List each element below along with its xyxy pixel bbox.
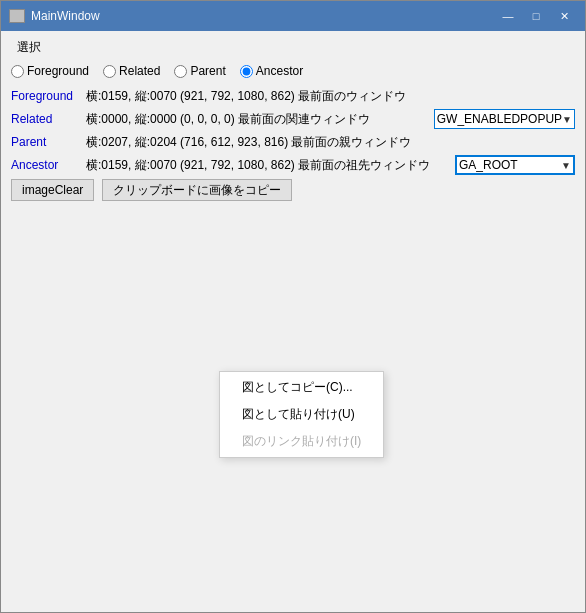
parent-value: 横:0207, 縦:0204 (716, 612, 923, 816) 最前面の…	[86, 134, 575, 151]
window-icon	[9, 9, 25, 23]
related-dropdown-text: GW_ENABLEDPOPUP	[437, 112, 562, 126]
radio-parent[interactable]: Parent	[174, 64, 225, 78]
copy-clipboard-button[interactable]: クリップボードに画像をコピー	[102, 179, 292, 201]
context-menu-copy-as-image[interactable]: 図としてコピー(C)...	[220, 374, 383, 401]
context-menu: 図としてコピー(C)... 図として貼り付け(U) 図のリンク貼り付け(I)	[219, 371, 384, 458]
radio-related[interactable]: Related	[103, 64, 160, 78]
foreground-label: Foreground	[11, 89, 86, 103]
maximize-button[interactable]: □	[523, 6, 549, 26]
radio-foreground-label: Foreground	[27, 64, 89, 78]
context-menu-paste-link: 図のリンク貼り付け(I)	[220, 428, 383, 455]
title-bar: MainWindow — □ ✕	[1, 1, 585, 31]
window-title: MainWindow	[31, 9, 100, 23]
radio-foreground[interactable]: Foreground	[11, 64, 89, 78]
foreground-value: 横:0159, 縦:0070 (921, 792, 1080, 862) 最前面…	[86, 88, 575, 105]
foreground-row: Foreground 横:0159, 縦:0070 (921, 792, 108…	[11, 86, 575, 106]
radio-parent-input[interactable]	[174, 65, 187, 78]
radio-ancestor[interactable]: Ancestor	[240, 64, 303, 78]
parent-label: Parent	[11, 135, 86, 149]
radio-ancestor-label: Ancestor	[256, 64, 303, 78]
menu-item-select[interactable]: 選択	[11, 37, 47, 58]
ancestor-dropdown-arrow: ▼	[561, 160, 571, 171]
button-row: imageClear クリップボードに画像をコピー	[11, 179, 575, 201]
title-bar-buttons: — □ ✕	[495, 6, 577, 26]
minimize-button[interactable]: —	[495, 6, 521, 26]
context-menu-paste-as-image[interactable]: 図として貼り付け(U)	[220, 401, 383, 428]
radio-related-label: Related	[119, 64, 160, 78]
ancestor-value: 横:0159, 縦:0070 (921, 792, 1080, 862) 最前面…	[86, 157, 449, 174]
radio-ancestor-input[interactable]	[240, 65, 253, 78]
radio-group: Foreground Related Parent Ancestor	[11, 64, 575, 78]
menu-bar: 選択	[11, 37, 575, 58]
close-button[interactable]: ✕	[551, 6, 577, 26]
ancestor-dropdown[interactable]: GA_ROOT ▼	[455, 155, 575, 175]
ancestor-row: Ancestor 横:0159, 縦:0070 (921, 792, 1080,…	[11, 155, 575, 175]
window-content: 選択 Foreground Related Parent Ancestor	[1, 31, 585, 612]
radio-parent-label: Parent	[190, 64, 225, 78]
related-dropdown[interactable]: GW_ENABLEDPOPUP ▼	[434, 109, 575, 129]
related-dropdown-arrow: ▼	[562, 114, 572, 125]
related-value: 横:0000, 縦:0000 (0, 0, 0, 0) 最前面の関連ウィンドウ	[86, 111, 428, 128]
radio-foreground-input[interactable]	[11, 65, 24, 78]
ancestor-dropdown-text: GA_ROOT	[459, 158, 518, 172]
ancestor-label: Ancestor	[11, 158, 86, 172]
main-window: MainWindow — □ ✕ 選択 Foreground Related	[0, 0, 586, 613]
related-row: Related 横:0000, 縦:0000 (0, 0, 0, 0) 最前面の…	[11, 109, 575, 129]
image-clear-button[interactable]: imageClear	[11, 179, 94, 201]
related-label: Related	[11, 112, 86, 126]
title-bar-left: MainWindow	[9, 9, 100, 23]
parent-row: Parent 横:0207, 縦:0204 (716, 612, 923, 81…	[11, 132, 575, 152]
radio-related-input[interactable]	[103, 65, 116, 78]
